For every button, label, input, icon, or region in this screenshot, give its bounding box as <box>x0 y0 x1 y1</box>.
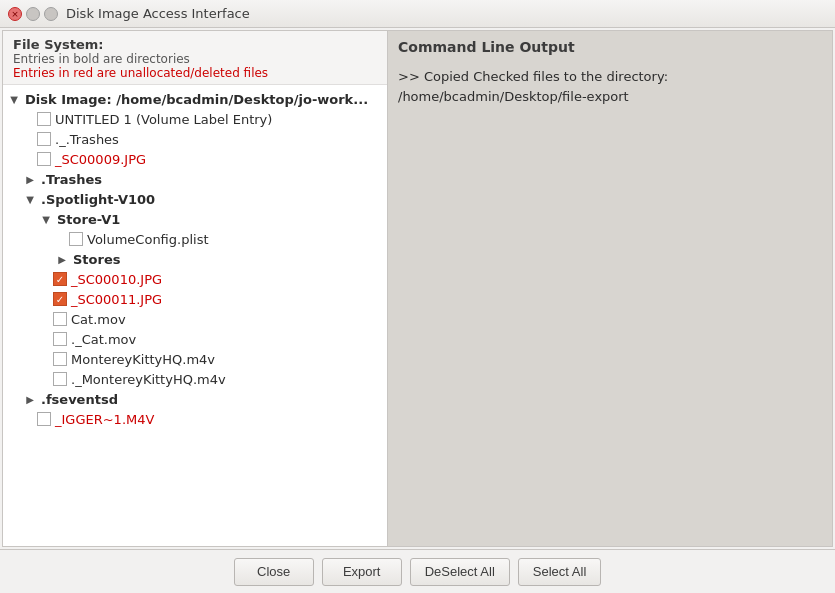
tree-item-sc00011[interactable]: _SC00011.JPG <box>3 289 387 309</box>
checkbox-volumeconfig[interactable] <box>69 232 83 246</box>
output-line1: >> Copied Checked files to the directory… <box>398 67 822 87</box>
tree-item-store-v1: ▼Store-V1 <box>3 209 387 229</box>
output-line2: /home/bcadmin/Desktop/file-export <box>398 87 822 107</box>
label-sc00009: _SC00009.JPG <box>55 152 146 167</box>
label-stores: Stores <box>73 252 120 267</box>
deselect-all-button[interactable]: DeSelect All <box>410 558 510 586</box>
tree-item-igger[interactable]: _IGGER~1.M4V <box>3 409 387 429</box>
label-catmov-del: ._Cat.mov <box>71 332 136 347</box>
tree-item-sc00010[interactable]: _SC00010.JPG <box>3 269 387 289</box>
right-panel: Command Line Output >> Copied Checked fi… <box>388 31 832 546</box>
label-volumeconfig: VolumeConfig.plist <box>87 232 209 247</box>
label-untitled1: UNTITLED 1 (Volume Label Entry) <box>55 112 272 127</box>
left-panel: File System: Entries in bold are directo… <box>3 31 388 546</box>
tree-item-catmov-del[interactable]: ._Cat.mov <box>3 329 387 349</box>
export-button[interactable]: Export <box>322 558 402 586</box>
tree-item-monterey[interactable]: MontereyKittyHQ.m4v <box>3 349 387 369</box>
label-trashes-file: ._.Trashes <box>55 132 119 147</box>
label-igger: _IGGER~1.M4V <box>55 412 154 427</box>
label-spotlight: .Spotlight-V100 <box>41 192 155 207</box>
arrow-spotlight[interactable]: ▼ <box>23 194 37 205</box>
header-sub1: Entries in bold are directories <box>13 52 377 66</box>
header-sub2: Entries in red are unallocated/deleted f… <box>13 66 377 80</box>
tree-item-untitled1[interactable]: UNTITLED 1 (Volume Label Entry) <box>3 109 387 129</box>
arrow-disk-image[interactable]: ▼ <box>7 94 21 105</box>
file-tree[interactable]: ▼Disk Image: /home/bcadmin/Desktop/jo-wo… <box>3 85 387 546</box>
checkbox-sc00009[interactable] <box>37 152 51 166</box>
checkbox-sc00011[interactable] <box>53 292 67 306</box>
window-title: Disk Image Access Interface <box>66 6 250 21</box>
label-fseventsd: .fseventsd <box>41 392 118 407</box>
arrow-store-v1[interactable]: ▼ <box>39 214 53 225</box>
window-controls: × <box>8 7 58 21</box>
minimize-button[interactable] <box>26 7 40 21</box>
label-trashes-dir: .Trashes <box>41 172 102 187</box>
bottom-bar: Close Export DeSelect All Select All <box>0 549 835 593</box>
label-monterey: MontereyKittyHQ.m4v <box>71 352 215 367</box>
checkbox-sc00010[interactable] <box>53 272 67 286</box>
label-disk-image: Disk Image: /home/bcadmin/Desktop/jo-wor… <box>25 92 368 107</box>
checkbox-catmov[interactable] <box>53 312 67 326</box>
tree-item-disk-image: ▼Disk Image: /home/bcadmin/Desktop/jo-wo… <box>3 89 387 109</box>
select-all-button[interactable]: Select All <box>518 558 601 586</box>
label-sc00011: _SC00011.JPG <box>71 292 162 307</box>
label-store-v1: Store-V1 <box>57 212 120 227</box>
tree-item-volumeconfig[interactable]: VolumeConfig.plist <box>3 229 387 249</box>
label-sc00010: _SC00010.JPG <box>71 272 162 287</box>
tree-item-stores: ▶Stores <box>3 249 387 269</box>
arrow-fseventsd[interactable]: ▶ <box>23 394 37 405</box>
checkbox-catmov-del[interactable] <box>53 332 67 346</box>
tree-item-catmov[interactable]: Cat.mov <box>3 309 387 329</box>
tree-item-fseventsd: ▶.fseventsd <box>3 389 387 409</box>
label-catmov: Cat.mov <box>71 312 126 327</box>
close-button[interactable]: Close <box>234 558 314 586</box>
checkbox-untitled1[interactable] <box>37 112 51 126</box>
header-title: File System: <box>13 37 377 52</box>
tree-item-trashes-dir: ▶.Trashes <box>3 169 387 189</box>
tree-item-spotlight: ▼.Spotlight-V100 <box>3 189 387 209</box>
left-panel-header: File System: Entries in bold are directo… <box>3 31 387 85</box>
arrow-stores[interactable]: ▶ <box>55 254 69 265</box>
title-bar: × Disk Image Access Interface <box>0 0 835 28</box>
tree-item-trashes-file[interactable]: ._.Trashes <box>3 129 387 149</box>
output-panel-title: Command Line Output <box>398 39 822 59</box>
checkbox-monterey[interactable] <box>53 352 67 366</box>
main-content: File System: Entries in bold are directo… <box>2 30 833 547</box>
maximize-button[interactable] <box>44 7 58 21</box>
tree-item-sc00009[interactable]: _SC00009.JPG <box>3 149 387 169</box>
checkbox-trashes-file[interactable] <box>37 132 51 146</box>
arrow-trashes-dir[interactable]: ▶ <box>23 174 37 185</box>
checkbox-monterey-del[interactable] <box>53 372 67 386</box>
label-monterey-del: ._MontereyKittyHQ.m4v <box>71 372 226 387</box>
checkbox-igger[interactable] <box>37 412 51 426</box>
close-window-button[interactable]: × <box>8 7 22 21</box>
tree-item-monterey-del[interactable]: ._MontereyKittyHQ.m4v <box>3 369 387 389</box>
output-text: >> Copied Checked files to the directory… <box>398 67 822 106</box>
